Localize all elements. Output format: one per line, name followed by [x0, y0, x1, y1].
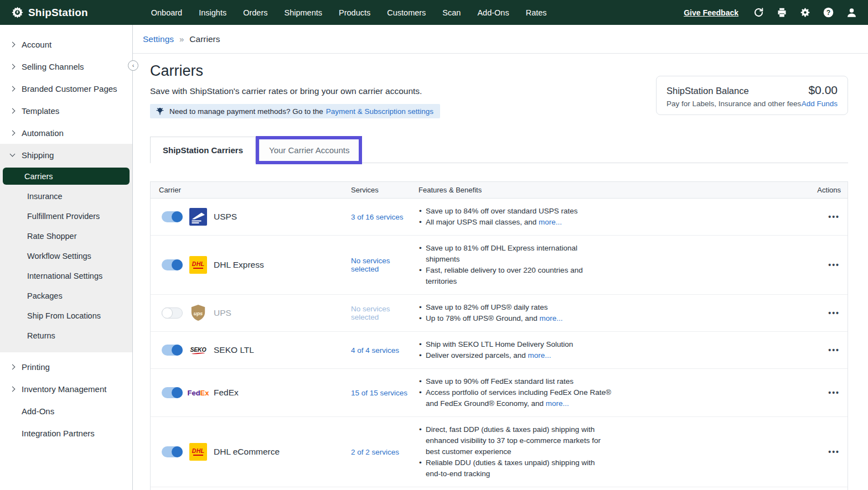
carrier-toggle[interactable] [162, 259, 183, 270]
sidebar-item-ship-from-locations[interactable]: Ship From Locations [3, 306, 130, 326]
carrier-toggle[interactable] [162, 387, 183, 398]
sidebar-item-selling-channels[interactable]: Selling Channels [0, 55, 132, 77]
services-link[interactable]: 4 of 4 services [351, 346, 418, 355]
sidebar-item-rate-shopper[interactable]: Rate Shopper [3, 226, 130, 246]
sidebar-item-label: Printing [22, 362, 50, 372]
carrier-name: UPS [214, 308, 231, 318]
row-actions-menu-button[interactable]: ••• [828, 214, 840, 220]
carrier-toggle[interactable] [162, 307, 183, 319]
sidebar-item-label: Inventory Management [22, 384, 106, 394]
chevron-right-icon [10, 64, 16, 69]
nav-item-products[interactable]: Products [338, 6, 371, 19]
sidebar-item-account[interactable]: Account [0, 33, 132, 55]
carrier-toggle[interactable] [162, 345, 183, 356]
services-link[interactable]: 2 of 2 services [351, 448, 418, 456]
nav-item-add-ons[interactable]: Add-Ons [476, 6, 510, 19]
sidebar-item-carriers[interactable]: Carriers [3, 168, 130, 185]
fedex-logo: FedEx [189, 384, 207, 402]
nav-item-customers[interactable]: Customers [386, 6, 427, 19]
carrier-cell: DHL DHL eCommerce [151, 443, 351, 461]
sidebar-shipping-group: Shipping CarriersInsuranceFulfillment Pr… [0, 144, 132, 352]
sidebar-item-shipping[interactable]: Shipping [0, 144, 132, 166]
row-actions-menu-button[interactable]: ••• [828, 390, 840, 395]
tab-shipstation-carriers[interactable]: ShipStation Carriers [150, 137, 256, 163]
row-actions-menu-button[interactable]: ••• [828, 262, 840, 268]
carrier-cell: USPS [151, 208, 351, 226]
payment-subscription-settings-link[interactable]: Payment & Subscription settings [326, 107, 433, 116]
printer-icon[interactable] [775, 6, 788, 19]
nav-item-orders[interactable]: Orders [242, 6, 268, 19]
services-link[interactable]: No services selected [351, 305, 418, 321]
row-actions-menu-button[interactable]: ••• [828, 347, 840, 353]
chevron-right-icon [10, 386, 16, 392]
column-header-carrier: Carrier [151, 186, 351, 194]
table-header-row: Carrier Services Features & Benefits Act… [151, 182, 848, 199]
row-actions-menu-button[interactable]: ••• [828, 310, 840, 316]
sidebar-item-integration-partners[interactable]: Integration Partners [0, 422, 132, 444]
more-link[interactable]: more... [540, 314, 563, 322]
tab-your-carrier-accounts[interactable]: Your Carrier Accounts [259, 139, 359, 161]
carrier-cell: ups UPS [151, 304, 351, 322]
balance-description: Pay for Labels, Insurance and other fees [666, 100, 801, 108]
sidebar-item-label: Integration Partners [22, 429, 95, 438]
carrier-name-block: SEKO LTL [214, 345, 254, 355]
nav-item-onboard[interactable]: Onboard [150, 6, 183, 19]
add-funds-link[interactable]: Add Funds [802, 100, 838, 108]
sidebar-item-workflow-settings[interactable]: Workflow Settings [3, 246, 130, 266]
nav-item-insights[interactable]: Insights [198, 6, 228, 19]
more-link[interactable]: more... [546, 399, 569, 408]
sidebar-item-insurance[interactable]: Insurance [3, 186, 130, 206]
nav-item-scan[interactable]: Scan [441, 6, 462, 19]
highlight-box: Your Carrier Accounts [256, 136, 362, 164]
carrier-row-seko-ltl: SEKO SEKO LTL 4 of 4 services Ship with … [151, 332, 848, 369]
carrier-toggle[interactable] [162, 211, 183, 222]
dhl-logo: DHL [189, 443, 207, 461]
carrier-tabs: ShipStation Carriers Your Carrier Accoun… [150, 136, 848, 163]
sidebar-item-label: Templates [22, 106, 59, 116]
sidebar-item-fulfillment-providers[interactable]: Fulfillment Providers [3, 206, 130, 226]
carrier-toggle[interactable] [162, 446, 183, 457]
sidebar-item-inventory-management[interactable]: Inventory Management [0, 378, 132, 400]
feature-bullet: Ship with SEKO LTL Home Delivery Solutio… [418, 339, 611, 350]
carrier-name-block: USPS [214, 212, 237, 222]
sidebar-item-international-settings[interactable]: International Settings [3, 266, 130, 286]
nav-item-shipments[interactable]: Shipments [283, 6, 324, 19]
sidebar-item-automation[interactable]: Automation [0, 122, 132, 144]
svg-text:ups: ups [194, 311, 203, 316]
sidebar-item-label: Selling Channels [22, 62, 84, 71]
sidebar-item-templates[interactable]: Templates [0, 100, 132, 122]
services-link[interactable]: 3 of 16 services [351, 213, 418, 221]
payment-info-banner: Need to manage payment methods? Go to th… [150, 104, 440, 118]
nav-item-rates[interactable]: Rates [525, 6, 548, 19]
sidebar-item-add-ons[interactable]: Add-Ons [0, 400, 132, 422]
actions-cell: ••• [798, 388, 848, 398]
give-feedback-link[interactable]: Give Feedback [684, 8, 738, 17]
chevron-down-icon [10, 152, 16, 157]
features-cell: Save up to 90% off FedEx standard list r… [418, 376, 798, 409]
row-actions-menu-button[interactable]: ••• [828, 449, 840, 455]
refresh-icon[interactable] [752, 6, 765, 19]
more-link[interactable]: more... [528, 351, 551, 359]
features-cell: Save up to 82% off UPS® daily ratesUp to… [418, 302, 798, 324]
carrier-name-block: UPS [214, 308, 231, 318]
breadcrumb-settings-link[interactable]: Settings [143, 34, 174, 44]
more-link[interactable]: more... [539, 218, 562, 226]
carriers-table: Carrier Services Features & Benefits Act… [150, 181, 848, 490]
sidebar-item-branded-customer-pages[interactable]: Branded Customer Pages [0, 77, 132, 100]
services-link[interactable]: 15 of 15 services [351, 389, 418, 397]
sidebar-item-label: Account [22, 40, 51, 49]
actions-cell: ••• [798, 345, 848, 355]
feature-bullet: Access portfolio of services including F… [418, 387, 611, 409]
services-link[interactable]: No services selected [351, 257, 418, 273]
column-header-services: Services [351, 186, 418, 194]
sidebar-collapse-button[interactable]: ‹ [128, 60, 138, 71]
sidebar-item-printing[interactable]: Printing [0, 356, 132, 378]
carrier-row-dhl-express: DHL DHL Express No services selected Sav… [151, 236, 848, 295]
account-icon[interactable] [845, 6, 858, 19]
column-header-features: Features & Benefits [418, 186, 798, 194]
sidebar-item-packages[interactable]: Packages [3, 286, 130, 306]
sidebar-item-returns[interactable]: Returns [3, 326, 130, 346]
help-icon[interactable]: ? [822, 6, 835, 19]
actions-cell: ••• [798, 308, 848, 318]
settings-gear-icon[interactable] [798, 6, 812, 19]
